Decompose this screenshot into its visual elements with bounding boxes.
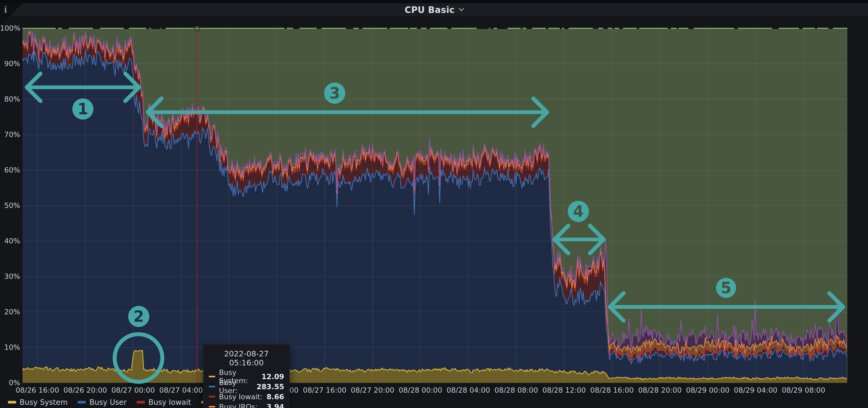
x-tick-label: 08/28 04:00 bbox=[444, 386, 492, 394]
tooltip-series-swatch bbox=[209, 406, 215, 407]
tooltip-series-value: 3.94 bbox=[267, 403, 284, 408]
legend-swatch bbox=[78, 401, 86, 404]
legend-label: Busy Iowait bbox=[148, 398, 191, 407]
tooltip-row: Busy User:283.55 bbox=[209, 381, 284, 392]
tooltip-series-value: 8.66 bbox=[267, 393, 284, 401]
legend-swatch bbox=[8, 401, 16, 404]
y-tick-label: 60% bbox=[0, 166, 20, 174]
svg-text:2: 2 bbox=[133, 307, 144, 326]
x-tick-label: 08/29 00:00 bbox=[684, 386, 732, 394]
y-tick-label: 100% bbox=[0, 24, 20, 32]
svg-text:3: 3 bbox=[330, 84, 340, 102]
y-tick-label: 40% bbox=[0, 237, 20, 245]
legend-swatch bbox=[136, 401, 145, 404]
tooltip-series-value: 12.09 bbox=[261, 373, 284, 381]
x-tick-label: 08/27 04:00 bbox=[157, 386, 205, 394]
x-tick-label: 08/28 20:00 bbox=[636, 386, 684, 394]
svg-text:4: 4 bbox=[573, 202, 584, 220]
legend-label: Busy User bbox=[89, 398, 127, 407]
tooltip-row: Busy IRQs:3.94 bbox=[209, 402, 284, 408]
x-tick-label: 08/28 00:00 bbox=[397, 386, 444, 394]
x-tick-label: 08/27 00:00 bbox=[110, 386, 157, 394]
tooltip-series-label: Busy IRQs: bbox=[219, 403, 257, 408]
x-tick-label: 08/27 16:00 bbox=[301, 386, 348, 394]
hover-tooltip: 2022-08-27 05:16:00 Busy System:12.09Bus… bbox=[203, 344, 290, 408]
x-tick-label: 08/28 16:00 bbox=[588, 386, 636, 394]
x-tick-label: 08/26 20:00 bbox=[61, 386, 109, 394]
x-tick-label: 08/29 04:00 bbox=[732, 386, 780, 394]
cpu-usage-chart[interactable]: 12345 bbox=[0, 0, 868, 408]
tooltip-series-swatch bbox=[209, 396, 215, 398]
svg-text:1: 1 bbox=[78, 100, 88, 118]
tooltip-series-swatch bbox=[209, 386, 215, 387]
y-tick-label: 0% bbox=[0, 379, 20, 387]
legend-item[interactable]: Busy Iowait bbox=[136, 398, 191, 407]
x-tick-label: 08/26 16:00 bbox=[13, 386, 61, 394]
y-tick-label: 20% bbox=[0, 308, 20, 316]
tooltip-series-swatch bbox=[209, 376, 215, 377]
tooltip-rows: Busy System:12.09Busy User:283.55Busy Io… bbox=[209, 372, 284, 408]
y-tick-label: 90% bbox=[0, 60, 20, 68]
y-tick-label: 70% bbox=[0, 130, 20, 139]
x-tick-label: 08/28 08:00 bbox=[492, 386, 540, 394]
x-tick-label: 08/28 12:00 bbox=[540, 386, 588, 394]
y-tick-label: 80% bbox=[0, 95, 20, 103]
legend-item[interactable]: Busy User bbox=[78, 398, 127, 407]
y-tick-label: 30% bbox=[0, 272, 20, 280]
svg-text:5: 5 bbox=[721, 279, 732, 297]
tooltip-series-value: 283.55 bbox=[256, 383, 284, 391]
legend-item[interactable]: Busy System bbox=[8, 398, 67, 407]
x-tick-label: 08/29 08:00 bbox=[780, 386, 828, 394]
y-tick-label: 50% bbox=[0, 201, 20, 210]
y-tick-label: 10% bbox=[0, 343, 20, 351]
tooltip-timestamp: 2022-08-27 05:16:00 bbox=[209, 349, 284, 367]
tooltip-row: Busy Iowait:8.66 bbox=[209, 392, 284, 402]
tooltip-series-label: Busy Iowait: bbox=[219, 393, 263, 401]
x-tick-label: 08/27 20:00 bbox=[349, 386, 396, 394]
legend-label: Busy System bbox=[20, 398, 67, 407]
